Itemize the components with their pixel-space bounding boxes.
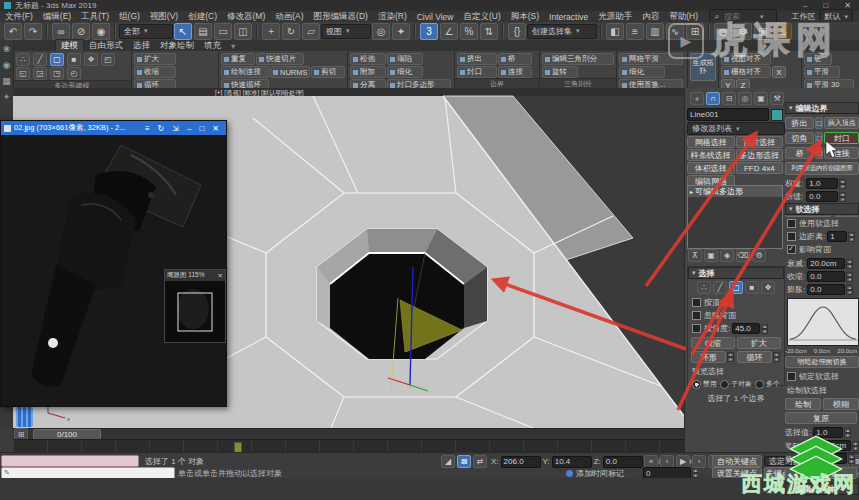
selection-filter-dropdown[interactable]: 全部 [119,24,173,39]
scene-explorer-icon[interactable]: ❀ [3,44,11,54]
menu-content[interactable]: 内容 [637,11,664,23]
tab-populate[interactable]: 填充 [199,40,226,52]
select-manipulate-icon[interactable]: ✦ [392,23,410,40]
menu-rendering[interactable]: 渲染(R) [373,11,412,23]
poly-select-button[interactable]: 多边形选择 [736,149,784,161]
maxscript-mini-listener-pink[interactable] [1,455,139,467]
menu-file[interactable]: 文件(F) [0,11,38,23]
unlink-icon[interactable]: ⊘ [72,23,90,40]
menu-customize[interactable]: 自定义(U) [458,11,505,23]
poly-tool-icon[interactable]: ◴ [67,67,81,80]
view-align-button[interactable]: 视图对齐 [721,53,771,65]
layer-explorer-icon[interactable]: ◉ [3,60,11,70]
selection-rollout-header[interactable]: 选择 [688,267,784,279]
object-name-field[interactable]: Line001 [687,108,769,121]
patch-select-button[interactable]: 面片选择 [736,136,784,148]
ring-button[interactable]: 环形 [691,351,726,363]
grow-button[interactable]: 扩大 [134,53,176,65]
weight-field[interactable]: 1.0 [806,178,838,189]
schematic-view-icon[interactable]: ⊞ [686,23,704,40]
render-setup-icon[interactable]: ⚙ [734,23,752,40]
menu-views[interactable]: 视图(V) [145,11,183,23]
viewer-rotate-icon[interactable]: ↻ [158,124,165,133]
quick-slice-button[interactable]: 快速切片 [256,53,304,65]
grow-selection-button[interactable]: 扩大 [737,337,781,349]
shaded-face-toggle-button[interactable]: 明暗处理面切换 [785,356,859,368]
curve-editor-icon[interactable]: ∿ [666,23,684,40]
poly-tool-icon[interactable]: ◱ [16,67,30,80]
mesh-select-button[interactable]: 网格选择 [687,136,735,148]
modifier-list-dropdown[interactable]: 修改器列表 [687,122,785,135]
by-angle-checkbox[interactable] [692,324,701,333]
configure-modifier-sets-icon[interactable]: ⚙ [752,249,766,262]
by-vertex-checkbox[interactable] [692,298,701,307]
menu-modifiers[interactable]: 修改器(M) [222,11,270,23]
tab-object-paint[interactable]: 对象绘制 [155,40,199,52]
navigator-panel[interactable]: 鹰眼图 115% ✕ [164,269,226,343]
menu-create[interactable]: 创建(C) [183,11,222,23]
affect-backfacing-checkbox[interactable] [787,245,796,254]
undo-icon[interactable]: ↶ [4,23,22,40]
select-object-icon[interactable]: ↖ [174,23,192,40]
menu-interactive[interactable]: Interactive [544,12,593,22]
vol-select-button[interactable]: 体积选择 [687,162,735,174]
edge-distance-field[interactable]: 1 [827,231,847,242]
cap-border-button[interactable]: 封口 [824,132,859,144]
cap-button[interactable]: 封口 [457,66,497,78]
viewer-close-icon[interactable]: ✕ [212,124,219,133]
utilities-tab-icon[interactable]: ⚒ [770,92,784,105]
make-unique-icon[interactable]: ◈ [720,249,734,262]
align-icon[interactable]: ≡ [626,23,644,40]
poly-tool-icon[interactable]: ◰ [101,53,115,66]
by-angle-field[interactable]: 45.0 [732,323,760,334]
menu-civil-view[interactable]: Civil View [412,12,459,22]
extrude-button[interactable]: 挤出 [457,53,497,65]
shrink-button[interactable]: 收缩 [134,66,176,78]
link-icon[interactable]: ∞ [52,23,70,40]
ignore-backfacing-checkbox[interactable] [692,311,701,320]
vertex-subobject-icon[interactable]: ∴ [697,281,711,294]
relax-button[interactable]: 松弛 [350,53,386,65]
preview-disabled-radio[interactable] [692,380,701,389]
mirror-icon[interactable]: ◧ [606,23,624,40]
tab-selection[interactable]: 选择 [128,40,155,52]
pivot-center-icon[interactable]: ◎ [372,23,390,40]
polygon-subobject-icon[interactable]: ■ [745,281,759,294]
edit-geometry-header[interactable]: 编辑几何体 [785,483,859,495]
subobject-element-icon[interactable]: ❖ [84,53,98,66]
bubble-field[interactable]: 0.0 [807,284,845,295]
subobject-edge-icon[interactable]: ╱ [33,53,47,66]
bridge-border-button[interactable]: 桥 [785,147,814,159]
ribbon-group-label[interactable]: 多边形建模 [13,80,131,88]
edit-borders-header[interactable]: 编辑边界 [785,102,859,114]
menu-tools[interactable]: 工具(T) [76,11,114,23]
generate-topology-button[interactable]: 生成拓扑 [690,53,716,81]
rendered-frame-icon[interactable]: ▣ [754,23,772,40]
grid-align-button[interactable]: 栅格对齐 [721,66,771,78]
ribbon-group-label[interactable]: 三角剖分 [540,78,616,88]
named-sets-field[interactable]: 创建选择集 [527,24,597,39]
menu-scripting[interactable]: 脚本(S) [506,11,544,23]
tessellate2-button[interactable]: 细化 [619,66,665,78]
preview-multi-radio[interactable] [755,380,764,389]
blur-button[interactable]: 模糊 [823,398,859,410]
window-crossing-icon[interactable]: ◫ [234,23,252,40]
element-subobject-icon[interactable]: ❖ [761,281,775,294]
navigator-close-icon[interactable]: ✕ [218,272,223,280]
z-coordinate-field[interactable]: 0.0 [603,456,643,468]
brush-strength-field[interactable]: 1.0 [817,453,847,464]
brush-size-field[interactable]: 20.0cm [817,440,851,451]
menu-group[interactable]: 组(G) [114,11,145,23]
paint-button[interactable]: 绘制 [785,398,821,410]
move-icon[interactable]: ＋ [262,23,280,40]
bridge-button[interactable]: 桥 [498,53,532,65]
search-input[interactable] [722,11,756,22]
scale-icon[interactable]: ▱ [302,23,320,40]
selection-lock-icon[interactable]: ⊠ [457,455,471,468]
ffd-select-button[interactable]: FFD 4x4 [736,162,784,174]
angle-snap-icon[interactable]: ∠ [440,23,458,40]
select-by-name-icon[interactable]: ▤ [194,23,212,40]
render-icon[interactable]: ♨ [774,23,792,40]
absolute-offset-icon[interactable]: ⇄ [473,455,487,468]
cut-button[interactable]: 剪切 [311,66,345,78]
